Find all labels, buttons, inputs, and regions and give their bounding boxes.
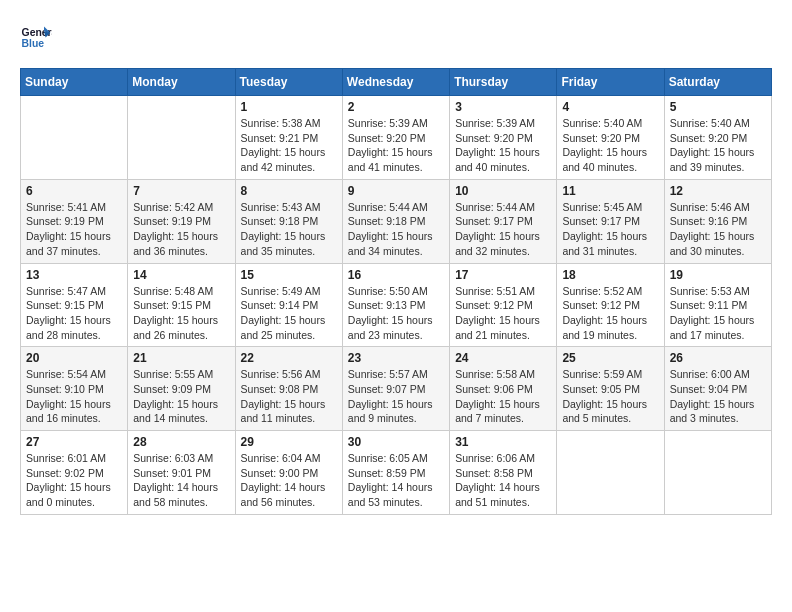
- day-info: Sunrise: 5:58 AMSunset: 9:06 PMDaylight:…: [455, 367, 551, 426]
- day-info: Sunrise: 5:52 AMSunset: 9:12 PMDaylight:…: [562, 284, 658, 343]
- calendar-cell: [557, 431, 664, 515]
- day-info: Sunrise: 5:40 AMSunset: 9:20 PMDaylight:…: [670, 116, 766, 175]
- weekday-header-tuesday: Tuesday: [235, 69, 342, 96]
- calendar-cell: 21Sunrise: 5:55 AMSunset: 9:09 PMDayligh…: [128, 347, 235, 431]
- day-number: 28: [133, 435, 229, 449]
- day-info: Sunrise: 5:41 AMSunset: 9:19 PMDaylight:…: [26, 200, 122, 259]
- calendar-week-5: 27Sunrise: 6:01 AMSunset: 9:02 PMDayligh…: [21, 431, 772, 515]
- calendar-cell: [21, 96, 128, 180]
- calendar-cell: 25Sunrise: 5:59 AMSunset: 9:05 PMDayligh…: [557, 347, 664, 431]
- weekday-header-saturday: Saturday: [664, 69, 771, 96]
- calendar-cell: 18Sunrise: 5:52 AMSunset: 9:12 PMDayligh…: [557, 263, 664, 347]
- day-info: Sunrise: 6:00 AMSunset: 9:04 PMDaylight:…: [670, 367, 766, 426]
- day-info: Sunrise: 5:56 AMSunset: 9:08 PMDaylight:…: [241, 367, 337, 426]
- calendar-week-3: 13Sunrise: 5:47 AMSunset: 9:15 PMDayligh…: [21, 263, 772, 347]
- day-info: Sunrise: 5:43 AMSunset: 9:18 PMDaylight:…: [241, 200, 337, 259]
- day-info: Sunrise: 5:50 AMSunset: 9:13 PMDaylight:…: [348, 284, 444, 343]
- calendar-cell: 10Sunrise: 5:44 AMSunset: 9:17 PMDayligh…: [450, 179, 557, 263]
- calendar-cell: 1Sunrise: 5:38 AMSunset: 9:21 PMDaylight…: [235, 96, 342, 180]
- day-info: Sunrise: 5:44 AMSunset: 9:18 PMDaylight:…: [348, 200, 444, 259]
- day-info: Sunrise: 5:47 AMSunset: 9:15 PMDaylight:…: [26, 284, 122, 343]
- day-info: Sunrise: 6:05 AMSunset: 8:59 PMDaylight:…: [348, 451, 444, 510]
- calendar-cell: 29Sunrise: 6:04 AMSunset: 9:00 PMDayligh…: [235, 431, 342, 515]
- day-number: 20: [26, 351, 122, 365]
- day-number: 31: [455, 435, 551, 449]
- day-number: 18: [562, 268, 658, 282]
- calendar-week-1: 1Sunrise: 5:38 AMSunset: 9:21 PMDaylight…: [21, 96, 772, 180]
- day-number: 9: [348, 184, 444, 198]
- calendar-cell: 3Sunrise: 5:39 AMSunset: 9:20 PMDaylight…: [450, 96, 557, 180]
- day-number: 29: [241, 435, 337, 449]
- calendar-cell: 6Sunrise: 5:41 AMSunset: 9:19 PMDaylight…: [21, 179, 128, 263]
- weekday-header-monday: Monday: [128, 69, 235, 96]
- day-info: Sunrise: 5:51 AMSunset: 9:12 PMDaylight:…: [455, 284, 551, 343]
- day-number: 27: [26, 435, 122, 449]
- day-number: 14: [133, 268, 229, 282]
- day-number: 26: [670, 351, 766, 365]
- weekday-header-thursday: Thursday: [450, 69, 557, 96]
- calendar-cell: 20Sunrise: 5:54 AMSunset: 9:10 PMDayligh…: [21, 347, 128, 431]
- day-info: Sunrise: 5:39 AMSunset: 9:20 PMDaylight:…: [455, 116, 551, 175]
- calendar-cell: 14Sunrise: 5:48 AMSunset: 9:15 PMDayligh…: [128, 263, 235, 347]
- logo-icon: General Blue: [20, 20, 52, 52]
- day-number: 15: [241, 268, 337, 282]
- calendar-cell: [128, 96, 235, 180]
- day-info: Sunrise: 5:54 AMSunset: 9:10 PMDaylight:…: [26, 367, 122, 426]
- day-number: 23: [348, 351, 444, 365]
- calendar-cell: 8Sunrise: 5:43 AMSunset: 9:18 PMDaylight…: [235, 179, 342, 263]
- day-info: Sunrise: 5:48 AMSunset: 9:15 PMDaylight:…: [133, 284, 229, 343]
- day-info: Sunrise: 5:44 AMSunset: 9:17 PMDaylight:…: [455, 200, 551, 259]
- page-header: General Blue: [20, 20, 772, 52]
- day-number: 22: [241, 351, 337, 365]
- day-info: Sunrise: 6:01 AMSunset: 9:02 PMDaylight:…: [26, 451, 122, 510]
- day-number: 17: [455, 268, 551, 282]
- day-number: 13: [26, 268, 122, 282]
- day-number: 3: [455, 100, 551, 114]
- calendar-cell: 11Sunrise: 5:45 AMSunset: 9:17 PMDayligh…: [557, 179, 664, 263]
- day-number: 21: [133, 351, 229, 365]
- weekday-header-sunday: Sunday: [21, 69, 128, 96]
- calendar-cell: 26Sunrise: 6:00 AMSunset: 9:04 PMDayligh…: [664, 347, 771, 431]
- day-number: 7: [133, 184, 229, 198]
- calendar-week-2: 6Sunrise: 5:41 AMSunset: 9:19 PMDaylight…: [21, 179, 772, 263]
- day-info: Sunrise: 5:49 AMSunset: 9:14 PMDaylight:…: [241, 284, 337, 343]
- day-info: Sunrise: 5:59 AMSunset: 9:05 PMDaylight:…: [562, 367, 658, 426]
- calendar-cell: 13Sunrise: 5:47 AMSunset: 9:15 PMDayligh…: [21, 263, 128, 347]
- day-info: Sunrise: 5:46 AMSunset: 9:16 PMDaylight:…: [670, 200, 766, 259]
- calendar-cell: 24Sunrise: 5:58 AMSunset: 9:06 PMDayligh…: [450, 347, 557, 431]
- day-number: 16: [348, 268, 444, 282]
- calendar-cell: 9Sunrise: 5:44 AMSunset: 9:18 PMDaylight…: [342, 179, 449, 263]
- weekday-header-friday: Friday: [557, 69, 664, 96]
- day-number: 1: [241, 100, 337, 114]
- calendar-cell: 27Sunrise: 6:01 AMSunset: 9:02 PMDayligh…: [21, 431, 128, 515]
- calendar-cell: 7Sunrise: 5:42 AMSunset: 9:19 PMDaylight…: [128, 179, 235, 263]
- day-number: 4: [562, 100, 658, 114]
- day-number: 25: [562, 351, 658, 365]
- calendar-cell: 23Sunrise: 5:57 AMSunset: 9:07 PMDayligh…: [342, 347, 449, 431]
- weekday-header-wednesday: Wednesday: [342, 69, 449, 96]
- calendar-table: SundayMondayTuesdayWednesdayThursdayFrid…: [20, 68, 772, 515]
- day-info: Sunrise: 5:55 AMSunset: 9:09 PMDaylight:…: [133, 367, 229, 426]
- day-info: Sunrise: 5:39 AMSunset: 9:20 PMDaylight:…: [348, 116, 444, 175]
- svg-text:Blue: Blue: [22, 38, 45, 49]
- day-number: 5: [670, 100, 766, 114]
- calendar-cell: 15Sunrise: 5:49 AMSunset: 9:14 PMDayligh…: [235, 263, 342, 347]
- day-info: Sunrise: 5:38 AMSunset: 9:21 PMDaylight:…: [241, 116, 337, 175]
- day-info: Sunrise: 5:45 AMSunset: 9:17 PMDaylight:…: [562, 200, 658, 259]
- calendar-cell: 30Sunrise: 6:05 AMSunset: 8:59 PMDayligh…: [342, 431, 449, 515]
- day-number: 6: [26, 184, 122, 198]
- calendar-cell: [664, 431, 771, 515]
- calendar-cell: 19Sunrise: 5:53 AMSunset: 9:11 PMDayligh…: [664, 263, 771, 347]
- day-info: Sunrise: 5:42 AMSunset: 9:19 PMDaylight:…: [133, 200, 229, 259]
- day-info: Sunrise: 6:06 AMSunset: 8:58 PMDaylight:…: [455, 451, 551, 510]
- logo: General Blue: [20, 20, 52, 52]
- day-number: 8: [241, 184, 337, 198]
- calendar-week-4: 20Sunrise: 5:54 AMSunset: 9:10 PMDayligh…: [21, 347, 772, 431]
- day-number: 19: [670, 268, 766, 282]
- calendar-cell: 17Sunrise: 5:51 AMSunset: 9:12 PMDayligh…: [450, 263, 557, 347]
- calendar-cell: 31Sunrise: 6:06 AMSunset: 8:58 PMDayligh…: [450, 431, 557, 515]
- day-info: Sunrise: 5:57 AMSunset: 9:07 PMDaylight:…: [348, 367, 444, 426]
- day-number: 11: [562, 184, 658, 198]
- calendar-cell: 22Sunrise: 5:56 AMSunset: 9:08 PMDayligh…: [235, 347, 342, 431]
- day-info: Sunrise: 6:03 AMSunset: 9:01 PMDaylight:…: [133, 451, 229, 510]
